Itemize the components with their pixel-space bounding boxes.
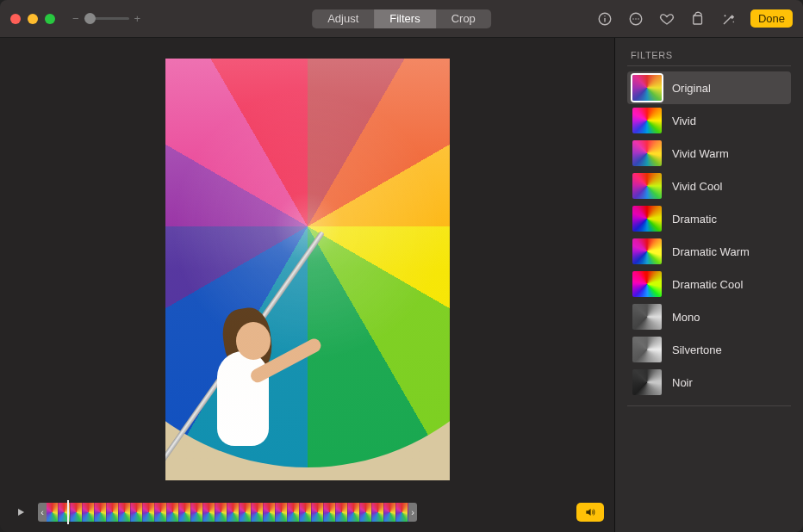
filter-thumbnail: [632, 271, 662, 297]
svg-point-4: [632, 18, 634, 20]
filter-thumbnail: [632, 173, 662, 199]
content: ‹ › FILTERS Original: [0, 38, 803, 532]
filter-dramatic-warm[interactable]: Dramatic Warm: [627, 235, 791, 268]
filter-thumbnail: [632, 140, 662, 166]
tab-crop[interactable]: Crop: [436, 9, 491, 28]
filter-thumbnail: [632, 369, 662, 395]
favorite-heart-icon[interactable]: [657, 9, 676, 28]
zoom-track[interactable]: [84, 17, 129, 20]
playhead[interactable]: [67, 500, 69, 524]
filter-label: Vivid: [672, 114, 696, 127]
filter-label: Vivid Warm: [672, 147, 729, 160]
filter-label: Mono: [672, 311, 700, 324]
svg-point-2: [604, 15, 605, 15]
volume-button[interactable]: [576, 503, 604, 522]
filter-label: Silvertone: [672, 343, 722, 356]
titlebar: − + Adjust Filters Crop Done: [0, 0, 803, 38]
filter-label: Vivid Cool: [672, 180, 722, 193]
filter-dramatic-cool[interactable]: Dramatic Cool: [627, 268, 791, 300]
fullscreen-window-button[interactable]: [45, 14, 55, 24]
video-timeline: ‹ ›: [0, 501, 614, 532]
play-button[interactable]: [10, 504, 31, 521]
filter-vivid-warm[interactable]: Vivid Warm: [627, 137, 791, 170]
main-area: ‹ ›: [0, 38, 615, 532]
info-icon[interactable]: [595, 9, 614, 28]
filter-label: Dramatic Cool: [672, 278, 743, 291]
trim-start-handle[interactable]: ‹: [38, 503, 47, 522]
tab-adjust[interactable]: Adjust: [312, 9, 374, 28]
filter-thumbnail: [632, 337, 662, 362]
filter-thumbnail: [632, 75, 662, 101]
divider: [627, 405, 791, 406]
tab-filters[interactable]: Filters: [374, 9, 435, 28]
rotate-icon[interactable]: [688, 9, 707, 28]
filter-original[interactable]: Original: [627, 71, 791, 104]
zoom-out-icon: −: [72, 12, 79, 25]
filter-thumbnail: [632, 238, 662, 264]
filter-silvertone[interactable]: Silvertone: [627, 333, 791, 366]
svg-point-5: [635, 18, 637, 20]
filter-label: Noir: [672, 376, 693, 389]
filter-label: Dramatic: [672, 213, 717, 226]
svg-rect-7: [694, 15, 702, 24]
svg-point-6: [638, 18, 639, 20]
minimize-window-button[interactable]: [28, 14, 38, 24]
canvas: [0, 38, 614, 501]
trim-end-handle[interactable]: ›: [408, 503, 417, 522]
filter-label: Original: [672, 82, 711, 95]
edit-mode-segmented-control: Adjust Filters Crop: [312, 9, 491, 28]
clip-frames[interactable]: [47, 503, 408, 522]
window-controls: [10, 14, 55, 24]
filter-label: Dramatic Warm: [672, 245, 750, 258]
filters-sidebar: FILTERS Original Vivid Vivid Warm Vivid …: [615, 38, 803, 532]
photo-preview[interactable]: [165, 59, 450, 480]
divider: [627, 65, 791, 66]
more-options-icon[interactable]: [626, 9, 645, 28]
toolbar-right: Done: [595, 9, 793, 28]
filter-mono[interactable]: Mono: [627, 300, 791, 333]
filters-heading: FILTERS: [627, 50, 791, 60]
filter-thumbnail: [632, 304, 662, 330]
done-button[interactable]: Done: [750, 9, 793, 28]
zoom-slider[interactable]: − +: [72, 12, 140, 25]
filter-thumbnail: [632, 108, 662, 133]
close-window-button[interactable]: [10, 14, 21, 24]
zoom-thumb[interactable]: [84, 13, 96, 24]
clip-strip[interactable]: ‹ ›: [38, 503, 417, 522]
filter-dramatic[interactable]: Dramatic: [627, 202, 791, 235]
filter-thumbnail: [632, 206, 662, 232]
auto-enhance-icon[interactable]: [719, 9, 738, 28]
filter-noir[interactable]: Noir: [627, 366, 791, 399]
filter-vivid[interactable]: Vivid: [627, 104, 791, 137]
zoom-in-icon: +: [134, 12, 141, 25]
filter-vivid-cool[interactable]: Vivid Cool: [627, 170, 791, 202]
